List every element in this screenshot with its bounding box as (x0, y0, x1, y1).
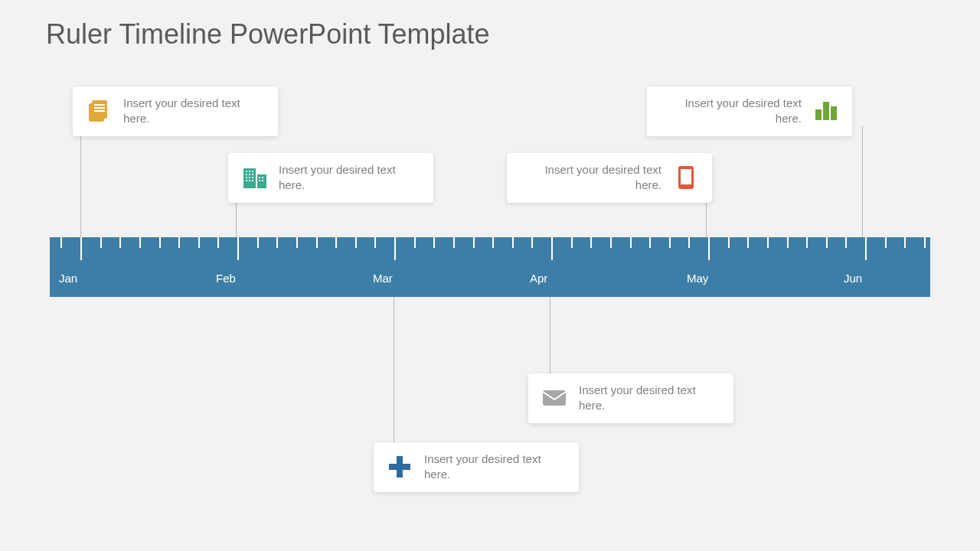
document-icon (85, 97, 113, 125)
svg-rect-21 (259, 180, 260, 181)
buildings-icon (240, 164, 268, 191)
connector-3 (706, 199, 707, 237)
card-text: Insert your desired text here. (279, 162, 421, 194)
card-text: Insert your desired text here. (579, 383, 721, 414)
month-label: Apr (530, 272, 547, 285)
tablet-icon (672, 164, 700, 191)
timeline-card-4: Insert your desired text here. (647, 86, 852, 136)
card-text: Insert your desired text here. (123, 96, 266, 127)
svg-rect-26 (823, 102, 829, 120)
svg-rect-3 (94, 107, 105, 109)
tick-row (50, 237, 930, 260)
svg-rect-4 (94, 110, 105, 112)
svg-rect-9 (252, 171, 253, 172)
svg-rect-7 (246, 171, 247, 172)
svg-rect-14 (249, 177, 250, 178)
timeline-card-5: Insert your desired text here. (528, 373, 733, 423)
connector-4 (862, 126, 863, 237)
svg-rect-1 (92, 100, 107, 119)
svg-rect-10 (246, 174, 247, 175)
svg-rect-20 (262, 177, 263, 178)
svg-rect-2 (94, 104, 105, 106)
svg-rect-19 (259, 177, 260, 178)
month-label: May (687, 272, 708, 285)
svg-rect-24 (681, 169, 691, 184)
connector-1 (80, 126, 81, 237)
svg-rect-11 (249, 174, 250, 175)
svg-rect-12 (252, 174, 253, 175)
connector-6 (394, 297, 394, 446)
month-label: Jun (844, 272, 862, 285)
svg-rect-15 (252, 177, 253, 178)
cross-icon (386, 453, 413, 481)
svg-rect-27 (831, 106, 837, 120)
svg-rect-22 (262, 180, 263, 181)
svg-rect-8 (249, 171, 250, 172)
month-label: Mar (373, 272, 393, 285)
slide-title: Ruler Timeline PowerPoint Template (46, 18, 490, 51)
bar-chart-icon (812, 97, 840, 125)
timeline-card-3: Insert your desired text here. (507, 153, 712, 203)
svg-rect-28 (543, 390, 566, 406)
svg-rect-25 (815, 109, 822, 120)
svg-rect-17 (249, 180, 250, 181)
timeline-card-1: Insert your desired text here. (73, 86, 278, 136)
connector-2 (236, 199, 237, 237)
timeline-ruler: JanFebMarAprMayJun (50, 237, 930, 297)
svg-rect-16 (246, 180, 247, 181)
card-text: Insert your desired text here. (519, 162, 662, 194)
month-label: Feb (216, 272, 236, 285)
connector-5 (550, 297, 550, 381)
svg-rect-18 (252, 180, 253, 181)
timeline-card-2: Insert your desired text here. (228, 153, 433, 203)
card-text: Insert your desired text here. (424, 452, 567, 483)
month-label: Jan (59, 272, 77, 285)
card-text: Insert your desired text here. (659, 96, 802, 127)
envelope-icon (541, 384, 568, 412)
timeline-card-6: Insert your desired text here. (374, 442, 579, 492)
svg-rect-13 (246, 177, 247, 178)
